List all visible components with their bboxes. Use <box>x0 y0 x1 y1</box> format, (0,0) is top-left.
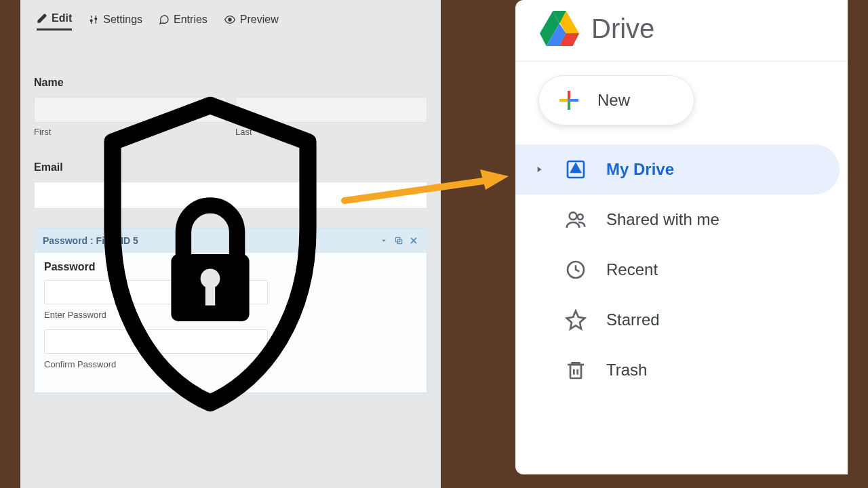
nav-recent[interactable]: Recent <box>515 245 840 295</box>
tab-preview[interactable]: Preview <box>224 14 279 30</box>
name-label: Name <box>34 77 427 89</box>
nav-label: Starred <box>606 310 822 329</box>
nav-starred[interactable]: Starred <box>515 295 840 345</box>
tab-entries[interactable]: Entries <box>159 14 208 30</box>
first-sublabel: First <box>34 127 226 137</box>
drive-logo-icon <box>540 11 579 46</box>
svg-point-0 <box>90 19 93 22</box>
new-label: New <box>597 91 630 110</box>
new-button[interactable]: New <box>538 75 694 125</box>
drive-icon <box>564 159 587 180</box>
drive-panel: Drive New My Drive <box>515 0 848 474</box>
last-sublabel: Last <box>235 127 427 137</box>
form-editor-panel: Edit Settings Entries Preview Name Fi <box>20 0 441 488</box>
nav-trash[interactable]: Trash <box>515 345 840 395</box>
clock-icon <box>564 259 587 281</box>
tab-settings[interactable]: Settings <box>88 14 142 30</box>
tab-label: Preview <box>240 14 279 26</box>
enter-password-input[interactable] <box>44 280 268 304</box>
svg-point-16 <box>570 212 577 220</box>
nav-label: Recent <box>606 260 822 279</box>
speech-bubble-icon <box>159 14 170 25</box>
pencil-icon <box>37 13 47 24</box>
svg-point-17 <box>578 214 583 220</box>
first-name-input[interactable] <box>34 97 226 123</box>
svg-rect-13 <box>570 99 578 102</box>
password-block-body: Password Enter Password Confirm Password <box>35 253 427 392</box>
block-actions <box>379 236 418 245</box>
tab-label: Edit <box>52 12 72 24</box>
drive-title: Drive <box>591 14 654 44</box>
confirm-password-input[interactable] <box>44 329 268 354</box>
tab-label: Settings <box>103 14 142 26</box>
duplicate-icon[interactable] <box>394 236 403 245</box>
tab-bar: Edit Settings Entries Preview <box>30 0 431 39</box>
collapse-icon[interactable] <box>379 236 389 245</box>
email-input[interactable] <box>34 182 427 209</box>
svg-marker-9 <box>480 169 509 190</box>
eye-icon <box>224 14 236 25</box>
people-icon <box>564 209 587 230</box>
caret-right-icon[interactable] <box>533 165 545 174</box>
tab-label: Entries <box>174 14 208 26</box>
plus-icon <box>557 88 581 113</box>
password-block[interactable]: Password : Field ID 5 Password <box>34 228 427 393</box>
svg-rect-11 <box>568 102 570 110</box>
tab-edit[interactable]: Edit <box>37 12 72 30</box>
close-icon[interactable] <box>409 236 418 245</box>
trash-icon <box>564 359 587 381</box>
svg-rect-10 <box>568 91 570 99</box>
email-label: Email <box>34 161 427 174</box>
svg-rect-14 <box>568 99 570 102</box>
nav-shared[interactable]: Shared with me <box>515 195 840 245</box>
nav-label: Shared with me <box>606 210 822 229</box>
last-name-input[interactable] <box>235 97 427 123</box>
svg-point-2 <box>229 18 231 21</box>
svg-point-1 <box>95 17 98 20</box>
enter-password-sublabel: Enter Password <box>44 310 417 320</box>
drive-nav: My Drive Shared with me Recent <box>515 144 848 395</box>
nav-label: My Drive <box>606 160 822 179</box>
password-block-header: Password : Field ID 5 <box>35 228 427 253</box>
drive-header: Drive <box>515 0 848 61</box>
star-icon <box>564 309 587 331</box>
form-body: Name First Last Email Password : Field I… <box>30 39 431 400</box>
divider <box>515 61 848 62</box>
settings-icon <box>88 14 99 25</box>
nav-label: Trash <box>606 361 822 380</box>
password-label: Password <box>44 261 417 273</box>
svg-rect-12 <box>559 99 568 102</box>
svg-rect-19 <box>570 365 581 378</box>
name-row: First Last <box>34 97 427 137</box>
password-block-title: Password : Field ID 5 <box>43 235 138 246</box>
nav-my-drive[interactable]: My Drive <box>515 144 840 195</box>
confirm-password-sublabel: Confirm Password <box>44 359 417 369</box>
